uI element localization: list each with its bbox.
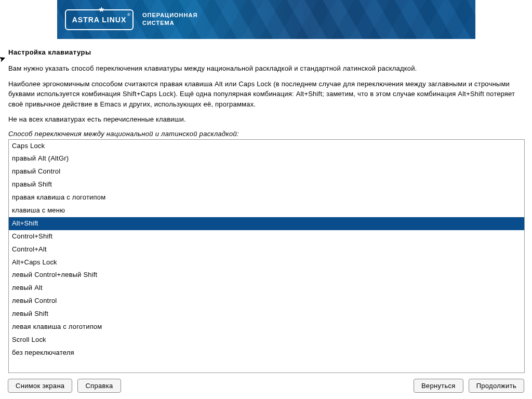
list-item[interactable]: правый Control: [9, 165, 524, 178]
description-para-2: Наиболее эргономичным способом считаются…: [8, 79, 524, 110]
list-item[interactable]: Caps Lock: [9, 140, 524, 153]
continue-button[interactable]: Продолжить: [469, 379, 524, 393]
footer-left: Снимок экрана Справка: [8, 379, 121, 393]
list-item[interactable]: клавиша с меню: [9, 204, 524, 217]
list-item[interactable]: Alt+Shift: [9, 217, 524, 230]
description-para-3: Не на всех клавиатурах есть перечисленны…: [8, 114, 524, 125]
list-item[interactable]: правый Alt (AltGr): [9, 152, 524, 165]
list-label: Способ переключения между национальной и…: [8, 130, 524, 138]
back-button[interactable]: Вернуться: [414, 379, 463, 393]
subtitle-line-1: ОПЕРАЦИОННАЯ: [142, 11, 197, 19]
list-item[interactable]: правый Shift: [9, 178, 524, 191]
subtitle-line-2: СИСТЕМА: [142, 19, 197, 27]
header-subtitle: ОПЕРАЦИОННАЯ СИСТЕМА: [142, 11, 197, 28]
footer: Снимок экрана Справка Вернуться Продолжи…: [8, 379, 524, 393]
list-item[interactable]: левый Alt: [9, 282, 524, 295]
list-item[interactable]: левый Control: [9, 295, 524, 308]
list-item[interactable]: левая клавиша с логотипом: [9, 321, 524, 334]
footer-right: Вернуться Продолжить: [414, 379, 524, 393]
list-item[interactable]: Control+Alt: [9, 243, 524, 256]
star-icon: ★: [98, 5, 105, 14]
list-item[interactable]: Scroll Lock: [9, 334, 524, 347]
registered-icon: ®: [127, 12, 130, 17]
help-button[interactable]: Справка: [77, 379, 121, 393]
list-item[interactable]: Alt+Caps Lock: [9, 256, 524, 269]
description: Вам нужно указать способ переключения кл…: [8, 63, 524, 125]
header-banner: ★ ASTRA LINUX ® ОПЕРАЦИОННАЯ СИСТЕМА: [57, 0, 475, 39]
list-item[interactable]: правая клавиша с логотипом: [9, 191, 524, 204]
list-item[interactable]: левый Shift: [9, 308, 524, 321]
logo-text: ASTRA LINUX: [72, 16, 127, 24]
list-item[interactable]: левый Control+левый Shift: [9, 269, 524, 282]
description-para-1: Вам нужно указать способ переключения кл…: [8, 63, 524, 74]
keyboard-switch-listbox[interactable]: Caps Lockправый Alt (AltGr)правый Contro…: [8, 139, 525, 373]
list-item[interactable]: без переключателя: [9, 347, 524, 360]
list-item[interactable]: Control+Shift: [9, 230, 524, 243]
content-area: Настройка клавиатуры Вам нужно указать с…: [0, 39, 532, 373]
screenshot-button[interactable]: Снимок экрана: [8, 379, 72, 393]
logo: ★ ASTRA LINUX ®: [65, 9, 134, 30]
page-title: Настройка клавиатуры: [8, 48, 524, 56]
